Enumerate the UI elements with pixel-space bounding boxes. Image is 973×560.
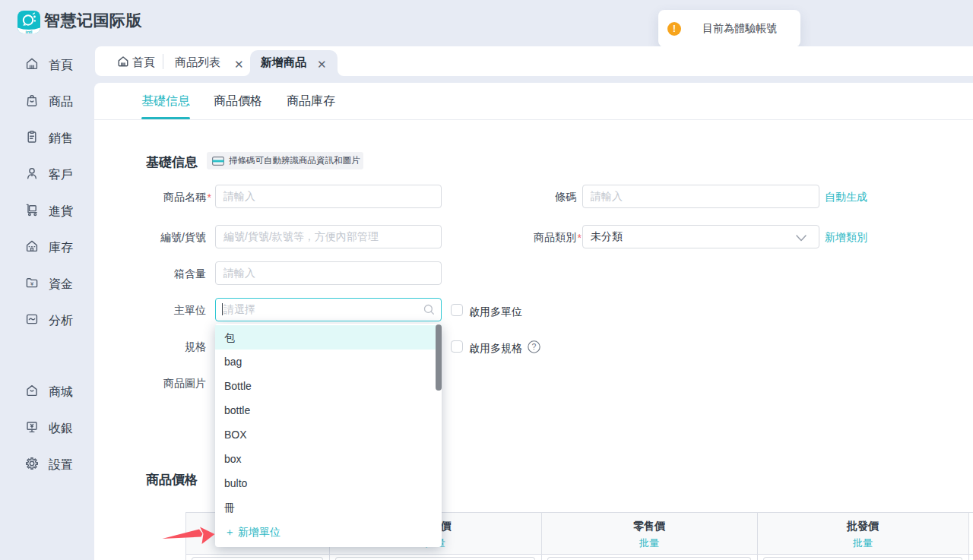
svg-text:¥: ¥ <box>30 280 34 287</box>
svg-text:?: ? <box>532 342 537 351</box>
svg-text:intl: intl <box>26 30 33 34</box>
